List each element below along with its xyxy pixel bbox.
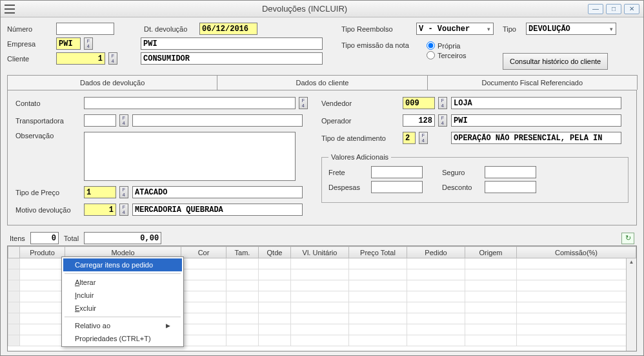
total-label: Total [64,235,79,242]
context-menu: Carregar itens do pedido Alterar Incluir… [61,257,184,347]
operador-code-input[interactable] [403,114,435,127]
menu-alterar[interactable]: Alterar [63,276,182,289]
empresa-label: Empresa [7,40,52,48]
empresa-lookup-icon[interactable]: F4 [84,37,93,50]
chevron-down-icon[interactable]: ▾ [485,24,492,34]
transportadora-label: Transportadora [15,117,80,125]
observacao-label: Observação [15,132,80,140]
col-cor[interactable]: Cor [181,247,226,258]
itens-count [30,232,59,244]
operador-label: Operador [321,117,399,125]
tipopreco-lookup-icon[interactable]: F4 [119,186,128,198]
numero-input[interactable] [56,23,114,35]
titlebar: Devoluções (INCLUIR) — □ ✕ [1,1,643,17]
contato-input[interactable] [84,97,296,109]
chevron-down-icon[interactable]: ▾ [607,24,615,34]
tipopreco-label: Tipo de Preço [15,189,80,196]
operador-name-input[interactable] [451,114,621,127]
motivo-code-input[interactable] [84,204,116,216]
tipopreco-name-input[interactable] [132,186,303,198]
tipoat-name-input[interactable] [451,132,621,144]
valores-legend: Valores Adicionais [328,153,391,161]
transportadora-name-input[interactable] [132,114,303,127]
scrollbar[interactable] [626,258,636,351]
motivo-lookup-icon[interactable]: F4 [119,204,128,216]
tipoat-lookup-icon[interactable]: F4 [419,132,428,144]
tipo-select[interactable] [526,23,616,35]
tipo-label: Tipo [503,25,522,33]
dtdev-label: Dt. devolução [144,25,196,33]
itens-label: Itens [10,235,25,242]
transportadora-lookup-icon[interactable]: F4 [119,114,128,127]
dtdev-input[interactable] [199,23,257,35]
empresa-name-input[interactable] [141,37,323,50]
tipopreco-code-input[interactable] [84,186,116,198]
numero-label: Número [7,25,52,33]
col-pedido[interactable]: Pedido [407,247,465,258]
operador-lookup-icon[interactable]: F4 [438,114,447,127]
maximize-button[interactable]: □ [606,4,621,14]
col-produto[interactable]: Produto [20,247,65,258]
seguro-label: Seguro [442,169,481,176]
tiporeemb-select[interactable] [416,23,494,35]
vendedor-code-input[interactable] [403,97,435,109]
col-comissao[interactable]: Comissão(%) [517,247,636,258]
radio-terceiros[interactable]: Terceiros [427,51,467,59]
window-title: Devoluções (INCLUIR) [21,4,588,14]
observacao-textarea[interactable] [84,132,296,181]
despesas-input[interactable] [371,181,423,193]
submenu-arrow-icon: ▶ [166,322,170,329]
menu-relativo-ao[interactable]: Relativo ao▶ [63,319,182,332]
valores-fieldset: Valores Adicionais Frete Despesas Seguro… [321,153,629,203]
items-grid[interactable]: Produto Modelo Cor Tam. Qtde Vl. Unitári… [7,246,637,351]
despesas-label: Despesas [328,183,367,191]
tipoemissao-label: Tipo emissão da nota [341,41,419,49]
tab-dados-devolucao[interactable]: Dados de devolução [7,75,217,90]
hamburger-icon[interactable] [5,5,15,14]
cliente-label: Cliente [7,55,52,63]
menu-excluir[interactable]: Excluir [63,302,182,315]
tipoat-code-input[interactable] [403,132,416,144]
radio-propria[interactable]: Própria [427,41,467,50]
tiporeemb-label: Tipo Reembolso [341,25,412,33]
tab-doc-fiscal[interactable]: Documento Fiscal Referenciado [427,75,638,90]
col-tam[interactable]: Tam. [226,247,259,258]
frete-input[interactable] [371,166,423,178]
refresh-icon[interactable]: ↻ [621,233,634,244]
close-button[interactable]: ✕ [624,4,639,14]
tab-dados-cliente[interactable]: Dados do cliente [217,75,427,90]
motivo-name-input[interactable] [132,204,303,216]
cliente-lookup-icon[interactable]: F4 [108,52,117,65]
total-value [84,232,161,244]
cliente-code-input[interactable] [56,52,105,65]
desconto-input[interactable] [485,181,536,193]
frete-label: Frete [328,169,367,176]
menu-propriedades[interactable]: Propriedades (CTRL+T) [63,332,182,345]
menu-incluir[interactable]: Incluir [63,289,182,302]
col-preco[interactable]: Preço Total [349,247,407,258]
contato-lookup-icon[interactable]: F4 [299,97,308,109]
col-origem[interactable]: Origem [465,247,517,258]
minimize-button[interactable]: — [588,4,603,14]
menu-carregar-itens[interactable]: Carregar itens do pedido [63,258,182,271]
contato-label: Contato [15,99,80,107]
vendedor-lookup-icon[interactable]: F4 [438,97,447,109]
vendedor-label: Vendedor [321,99,399,107]
motivo-label: Motivo devolução [15,206,80,214]
transportadora-code-input[interactable] [84,114,116,127]
vendedor-name-input[interactable] [451,97,621,109]
desconto-label: Desconto [442,183,481,191]
empresa-code-input[interactable] [56,37,81,50]
tipoat-label: Tipo de atendimento [321,134,399,142]
cliente-name-input[interactable] [141,52,323,65]
consultar-historico-button[interactable]: Consultar histórico do cliente [503,53,608,70]
col-vlunit[interactable]: Vl. Unitário [291,247,349,258]
seguro-input[interactable] [485,166,536,178]
col-qtde[interactable]: Qtde [259,247,291,258]
